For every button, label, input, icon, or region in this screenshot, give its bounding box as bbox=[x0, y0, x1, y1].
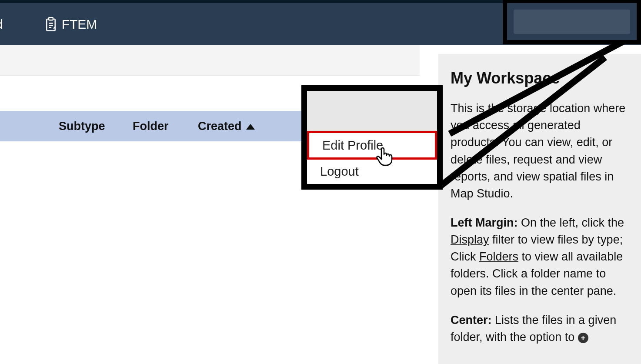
top-navbar-left: d FTEM bbox=[0, 17, 97, 32]
side-panel-center-label: Center: bbox=[451, 314, 492, 327]
side-panel-left-label: Left Margin: bbox=[451, 216, 518, 229]
column-header-folder[interactable]: Folder bbox=[133, 120, 198, 133]
menu-item-edit-profile-label: Edit Profile bbox=[322, 138, 383, 153]
link-folders[interactable]: Folders bbox=[479, 250, 518, 263]
column-header-created-label: Created bbox=[198, 120, 242, 133]
side-panel-center-paragraph: Center: Lists the files in a given folde… bbox=[451, 312, 629, 346]
side-panel-left-paragraph: Left Margin: On the left, click the Disp… bbox=[451, 214, 629, 300]
svg-rect-1 bbox=[49, 17, 53, 20]
help-side-panel: My Workspace This is the storage locatio… bbox=[438, 54, 641, 364]
plus-circle-icon: + bbox=[578, 333, 588, 343]
nav-item-partial-label: d bbox=[0, 17, 3, 32]
nav-item-ftem-label: FTEM bbox=[62, 17, 97, 32]
column-header-created[interactable]: Created bbox=[198, 120, 307, 133]
column-header-subtype[interactable]: Subtype bbox=[59, 120, 133, 133]
nav-item-partial[interactable]: d bbox=[0, 17, 3, 32]
sort-ascending-icon bbox=[246, 124, 255, 130]
menu-item-logout[interactable]: Logout bbox=[307, 160, 437, 184]
column-header-subtype-label: Subtype bbox=[59, 120, 105, 133]
user-dropdown-header-redacted bbox=[307, 91, 437, 131]
side-panel-left-text-a: On the left, click the bbox=[518, 216, 624, 229]
column-header-folder-label: Folder bbox=[133, 120, 169, 133]
link-display-filter[interactable]: Display bbox=[451, 233, 489, 246]
user-menu-redacted bbox=[514, 10, 630, 34]
menu-item-edit-profile[interactable]: Edit Profile bbox=[307, 131, 437, 160]
filter-bar bbox=[0, 45, 420, 76]
user-menu-highlight[interactable] bbox=[503, 0, 641, 44]
nav-item-ftem[interactable]: FTEM bbox=[44, 17, 97, 32]
clipboard-icon bbox=[44, 17, 57, 32]
menu-item-logout-label: Logout bbox=[320, 164, 359, 179]
user-dropdown-menu: Edit Profile Logout bbox=[301, 85, 443, 190]
